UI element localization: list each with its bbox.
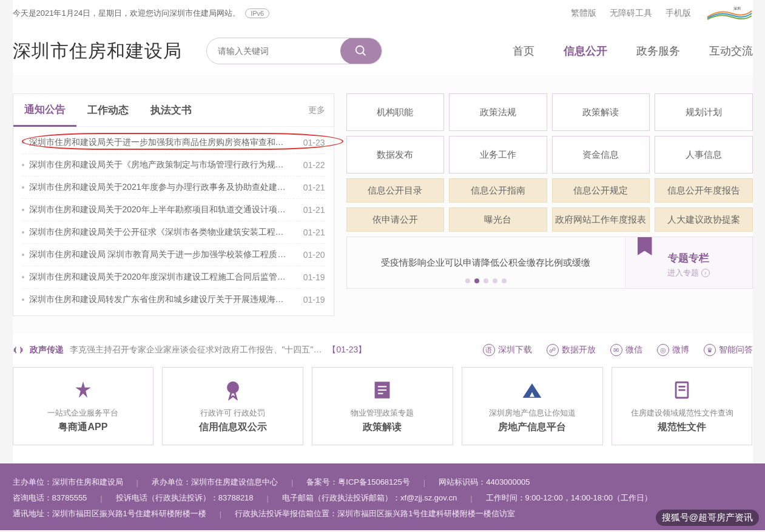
tab-enforcement[interactable]: 执法文书 <box>140 95 203 126</box>
card-icon <box>371 379 394 402</box>
quicklink-icon: ✉ <box>610 344 622 356</box>
more-link[interactable]: 更多 <box>308 105 334 116</box>
news-title[interactable]: 深圳市住房和建设局关于进一步加强我市商品住房购房资格审查和… <box>29 137 296 148</box>
search-box <box>206 38 382 64</box>
footer-item: 电子邮箱（行政执法投诉邮箱）：xf@zjj.sz.gov.cn <box>282 493 457 503</box>
news-date: 01-22 <box>303 160 325 170</box>
quicklink-icon: 语 <box>483 344 495 356</box>
news-title[interactable]: 深圳市住房和建设局关于公开征求《深圳市各类物业建筑安装工程… <box>29 227 296 238</box>
nav-item-1[interactable]: 信息公开 <box>564 44 607 58</box>
tab-work[interactable]: 工作动态 <box>76 95 140 126</box>
search-button[interactable] <box>340 38 382 64</box>
service-card-3[interactable]: 深圳房地产信息让你知道房地产信息平台 <box>462 367 603 445</box>
news-title[interactable]: 深圳市住房和建设局 深圳市教育局关于进一步加强学校装修工程质… <box>29 249 296 260</box>
grid-button[interactable]: 数据发布 <box>346 136 445 173</box>
quicklink-4[interactable]: ♛智能问答 <box>704 344 753 356</box>
topbar-link-mobile[interactable]: 手机版 <box>666 8 691 19</box>
grid-button[interactable]: 政策法规 <box>449 93 547 131</box>
special-column[interactable]: 专题专栏 进入专题 › <box>625 237 752 288</box>
card-icon <box>521 379 544 402</box>
grid-button[interactable]: 政策解读 <box>552 93 650 131</box>
bullet-icon <box>22 254 24 256</box>
grid-button[interactable]: 业务工作 <box>449 136 547 173</box>
news-item[interactable]: 深圳市住房和建设局关于2021年度参与办理行政事务及协助查处建…01-21 <box>22 176 325 198</box>
footer-item: 备案号：粤ICP备15068125号 <box>306 477 410 488</box>
grid-button[interactable]: 信息公开目录 <box>346 178 445 203</box>
service-card-1[interactable]: 信行政许可 行政处罚信用信息双公示 <box>162 367 303 445</box>
card-icon <box>72 379 95 402</box>
bullet-icon <box>22 231 24 234</box>
footer-item: 咨询电话：83785555 <box>13 493 87 503</box>
quicklink-icon: ♛ <box>704 344 716 356</box>
card-title: 规范性文件 <box>658 421 706 434</box>
news-date: 01-19 <box>303 295 325 305</box>
news-item[interactable]: 深圳市住房和建设局关于2020年上半年勘察项目和轨道交通设计项…01-21 <box>22 198 325 221</box>
news-item[interactable]: 深圳市住房和建设局关于2020年度深圳市建设工程施工合同后监管…01-19 <box>22 266 325 288</box>
quicklink-3[interactable]: ◎微博 <box>657 344 689 356</box>
news-title[interactable]: 深圳市住房和建设局关于2020年度深圳市建设工程施工合同后监管… <box>29 272 296 283</box>
footer-item: 承办单位：深圳市住房建设信息中心 <box>152 477 278 488</box>
news-title[interactable]: 深圳市住房和建设局关于2020年上半年勘察项目和轨道交通设计项… <box>29 204 296 215</box>
special-banner-text[interactable]: 受疫情影响企业可以申请降低公积金缴存比例或缓缴 <box>381 257 590 269</box>
voice-label: 政声传递 <box>30 345 64 355</box>
arrow-circle-icon: › <box>701 269 710 277</box>
topbar-link-accessibility[interactable]: 无障碍工具 <box>610 8 652 19</box>
svg-text:深圳: 深圳 <box>733 7 741 10</box>
grid-button[interactable]: 资金信息 <box>552 136 650 173</box>
grid-button[interactable]: 信息公开规定 <box>552 178 650 203</box>
tab-notice[interactable]: 通知公告 <box>13 94 76 127</box>
card-icon: 信 <box>221 379 244 402</box>
service-card-0[interactable]: 一站式企业服务平台粤商通APP <box>13 367 154 445</box>
topbar-link-fanti[interactable]: 繁體版 <box>571 8 596 19</box>
ipv6-badge: IPv6 <box>245 8 269 18</box>
nav-item-2[interactable]: 政务服务 <box>636 44 680 58</box>
card-sub: 深圳房地产信息让你知道 <box>489 408 576 419</box>
news-date: 01-21 <box>303 205 325 215</box>
bullet-icon <box>22 276 24 278</box>
search-input[interactable] <box>207 46 340 56</box>
welcome-text: 今天是2021年1月24日，星期日，欢迎您访问深圳市住建局网站。 <box>13 8 241 19</box>
news-title[interactable]: 深圳市住房和建设局转发广东省住房和城乡建设厅关于开展违规海… <box>29 294 296 305</box>
news-date: 01-19 <box>303 272 325 282</box>
enter-special-link[interactable]: 进入专题 › <box>667 268 710 278</box>
grid-button[interactable]: 政府网站工作年度报表 <box>552 207 650 232</box>
service-card-4[interactable]: 住房建设领域规范性文件查询规范性文件 <box>612 367 753 445</box>
quicklink-0[interactable]: 语深圳下载 <box>483 344 532 356</box>
card-sub: 行政许可 行政处罚 <box>200 408 266 419</box>
card-title: 粤商通APP <box>58 421 107 434</box>
news-item[interactable]: 深圳市住房和建设局 深圳市教育局关于进一步加强学校装修工程质…01-20 <box>22 243 325 266</box>
bullet-icon <box>22 141 24 144</box>
grid-button[interactable]: 规划计划 <box>655 93 753 131</box>
news-item[interactable]: 深圳市住房和建设局关于《房地产政策制定与市场管理行政行为规…01-22 <box>22 153 325 176</box>
bullet-icon <box>22 164 24 166</box>
grid-button[interactable]: 依申请公开 <box>346 207 445 232</box>
grid-button[interactable]: 信息公开指南 <box>449 178 547 203</box>
news-title[interactable]: 深圳市住房和建设局关于《房地产政策制定与市场管理行政行为规… <box>29 160 296 170</box>
carousel-dots <box>465 278 507 283</box>
news-item[interactable]: 深圳市住房和建设局转发广东省住房和城乡建设厅关于开展违规海…01-19 <box>22 288 325 311</box>
news-item[interactable]: 深圳市住房和建设局关于进一步加强我市商品住房购房资格审查和…01-23 <box>22 132 325 153</box>
grid-button[interactable]: 人大建议政协提案 <box>655 207 753 232</box>
news-list: 深圳市住房和建设局关于进一步加强我市商品住房购房资格审查和…01-23深圳市住房… <box>13 127 334 315</box>
grid-button[interactable]: 曝光台 <box>449 207 547 232</box>
card-sub: 一站式企业服务平台 <box>47 408 118 419</box>
quicklink-icon: ◎ <box>657 344 669 356</box>
news-item[interactable]: 深圳市住房和建设局关于公开征求《深圳市各类物业建筑安装工程…01-21 <box>22 221 325 243</box>
news-title[interactable]: 深圳市住房和建设局关于2021年度参与办理行政事务及协助查处建… <box>29 182 296 193</box>
footer-item: 通讯地址：深圳市福田区振兴路1号住建科研楼附楼一楼 <box>13 508 206 519</box>
footer-item: 主办单位：深圳市住房和建设局 <box>13 477 123 488</box>
grid-button[interactable]: 信息公开年度报告 <box>655 178 753 203</box>
news-date: 01-23 <box>303 138 325 147</box>
service-card-2[interactable]: 物业管理政策专题政策解读 <box>312 367 453 445</box>
grid-button[interactable]: 机构职能 <box>346 93 445 131</box>
svg-line-2 <box>362 53 365 56</box>
quicklink-1[interactable]: ☍数据开放 <box>547 344 596 356</box>
grid-button[interactable]: 人事信息 <box>655 136 753 173</box>
quicklink-2[interactable]: ✉微信 <box>610 344 642 356</box>
nav-item-0[interactable]: 首页 <box>513 44 534 58</box>
footer-item: 网站标识码：4403000005 <box>439 477 530 488</box>
card-sub: 物业管理政策专题 <box>351 408 414 419</box>
nav-item-3[interactable]: 互动交流 <box>709 44 753 58</box>
news-date: 01-21 <box>303 183 325 192</box>
voice-text[interactable]: 李克强主持召开专家企业家座谈会征求对政府工作报告、"十四五"… <box>70 345 322 355</box>
